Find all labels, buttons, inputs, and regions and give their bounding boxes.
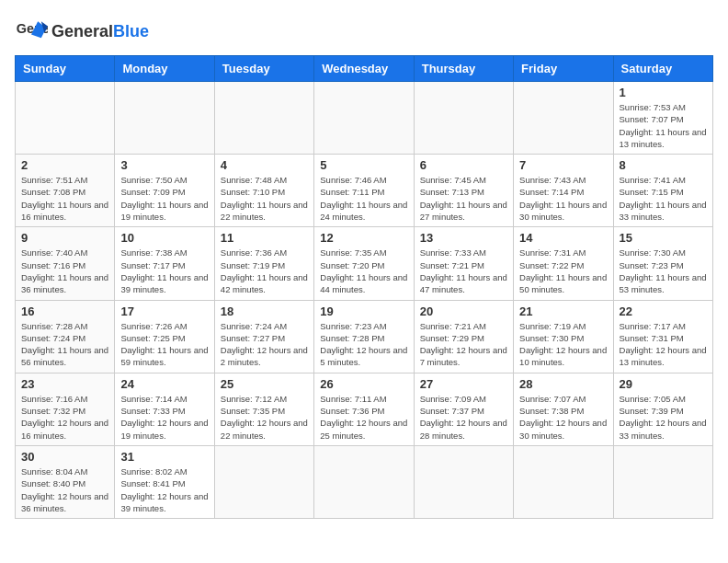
calendar-day-cell: 26Sunrise: 7:11 AM Sunset: 7:36 PM Dayli… (314, 373, 414, 445)
calendar-day-cell: 7Sunrise: 7:43 AM Sunset: 7:14 PM Daylig… (514, 155, 613, 227)
day-info: Sunrise: 7:48 AM Sunset: 7:10 PM Dayligh… (221, 174, 308, 223)
calendar-day-cell (514, 82, 613, 155)
day-info: Sunrise: 7:23 AM Sunset: 7:28 PM Dayligh… (320, 320, 407, 369)
logo-icon: General (15, 15, 48, 48)
calendar-day-cell (514, 445, 613, 518)
day-info: Sunrise: 7:11 AM Sunset: 7:36 PM Dayligh… (320, 393, 407, 442)
calendar-day-cell (314, 82, 414, 155)
day-number: 19 (320, 304, 407, 318)
calendar-day-cell: 30Sunrise: 8:04 AM Sunset: 8:40 PM Dayli… (16, 445, 115, 518)
calendar-day-cell: 18Sunrise: 7:24 AM Sunset: 7:27 PM Dayli… (214, 300, 313, 373)
day-number: 27 (420, 377, 507, 391)
day-info: Sunrise: 7:09 AM Sunset: 7:37 PM Dayligh… (420, 393, 507, 442)
day-info: Sunrise: 7:46 AM Sunset: 7:11 PM Dayligh… (320, 174, 407, 223)
day-number: 21 (519, 304, 607, 318)
calendar-day-cell: 12Sunrise: 7:35 AM Sunset: 7:20 PM Dayli… (314, 227, 414, 300)
day-info: Sunrise: 7:21 AM Sunset: 7:29 PM Dayligh… (420, 320, 507, 369)
calendar-day-cell: 21Sunrise: 7:19 AM Sunset: 7:30 PM Dayli… (514, 300, 613, 373)
calendar-table: SundayMondayTuesdayWednesdayThursdayFrid… (15, 55, 713, 519)
calendar-day-cell: 15Sunrise: 7:30 AM Sunset: 7:23 PM Dayli… (613, 227, 712, 300)
calendar-day-cell: 16Sunrise: 7:28 AM Sunset: 7:24 PM Dayli… (16, 300, 115, 373)
day-number: 2 (21, 158, 108, 172)
calendar-day-cell: 27Sunrise: 7:09 AM Sunset: 7:37 PM Dayli… (414, 373, 513, 445)
calendar-day-cell: 20Sunrise: 7:21 AM Sunset: 7:29 PM Dayli… (414, 300, 513, 373)
calendar-day-cell: 4Sunrise: 7:48 AM Sunset: 7:10 PM Daylig… (214, 155, 313, 227)
day-info: Sunrise: 8:02 AM Sunset: 8:41 PM Dayligh… (120, 465, 208, 514)
day-number: 12 (320, 231, 407, 245)
day-number: 17 (120, 304, 208, 318)
logo-text: GeneralBlue (51, 22, 149, 40)
calendar-day-cell: 28Sunrise: 7:07 AM Sunset: 7:38 PM Dayli… (514, 373, 613, 445)
calendar-day-cell: 14Sunrise: 7:31 AM Sunset: 7:22 PM Dayli… (514, 227, 613, 300)
day-info: Sunrise: 7:36 AM Sunset: 7:19 PM Dayligh… (221, 247, 308, 295)
day-number: 24 (120, 377, 208, 391)
day-number: 18 (221, 304, 308, 318)
day-number: 16 (21, 304, 108, 318)
weekday-header: Sunday (16, 56, 115, 82)
day-number: 7 (519, 158, 607, 172)
calendar-day-cell: 17Sunrise: 7:26 AM Sunset: 7:25 PM Dayli… (115, 300, 214, 373)
calendar-day-cell: 5Sunrise: 7:46 AM Sunset: 7:11 PM Daylig… (314, 155, 414, 227)
day-number: 13 (420, 231, 507, 245)
calendar-day-cell (314, 445, 414, 518)
calendar-day-cell (214, 82, 313, 155)
calendar-day-cell: 25Sunrise: 7:12 AM Sunset: 7:35 PM Dayli… (214, 373, 313, 445)
calendar-day-cell (214, 445, 313, 518)
day-info: Sunrise: 7:35 AM Sunset: 7:20 PM Dayligh… (320, 247, 407, 295)
day-number: 4 (221, 158, 308, 172)
day-info: Sunrise: 7:26 AM Sunset: 7:25 PM Dayligh… (120, 320, 208, 369)
calendar-week-row: 9Sunrise: 7:40 AM Sunset: 7:16 PM Daylig… (16, 227, 713, 300)
day-number: 22 (620, 304, 707, 318)
weekday-header: Wednesday (314, 56, 414, 82)
calendar-day-cell: 24Sunrise: 7:14 AM Sunset: 7:33 PM Dayli… (115, 373, 214, 445)
calendar-day-cell (115, 82, 214, 155)
day-number: 15 (620, 231, 707, 245)
day-info: Sunrise: 7:28 AM Sunset: 7:24 PM Dayligh… (21, 320, 108, 369)
day-info: Sunrise: 7:14 AM Sunset: 7:33 PM Dayligh… (120, 393, 208, 442)
calendar-day-cell (613, 445, 712, 518)
day-number: 30 (21, 450, 108, 464)
calendar-day-cell: 1Sunrise: 7:53 AM Sunset: 7:07 PM Daylig… (613, 82, 712, 155)
day-number: 20 (420, 304, 507, 318)
calendar-day-cell: 11Sunrise: 7:36 AM Sunset: 7:19 PM Dayli… (214, 227, 313, 300)
calendar-day-cell: 29Sunrise: 7:05 AM Sunset: 7:39 PM Dayli… (613, 373, 712, 445)
day-info: Sunrise: 7:31 AM Sunset: 7:22 PM Dayligh… (519, 247, 607, 295)
day-number: 29 (620, 377, 707, 391)
calendar-day-cell: 2Sunrise: 7:51 AM Sunset: 7:08 PM Daylig… (16, 155, 115, 227)
calendar-day-cell: 31Sunrise: 8:02 AM Sunset: 8:41 PM Dayli… (115, 445, 214, 518)
day-number: 23 (21, 377, 108, 391)
calendar-day-cell: 8Sunrise: 7:41 AM Sunset: 7:15 PM Daylig… (613, 155, 712, 227)
calendar-week-row: 2Sunrise: 7:51 AM Sunset: 7:08 PM Daylig… (16, 155, 713, 227)
day-info: Sunrise: 7:24 AM Sunset: 7:27 PM Dayligh… (221, 320, 308, 369)
weekday-header: Thursday (414, 56, 513, 82)
calendar-day-cell: 9Sunrise: 7:40 AM Sunset: 7:16 PM Daylig… (16, 227, 115, 300)
calendar-day-cell (414, 445, 513, 518)
day-info: Sunrise: 7:05 AM Sunset: 7:39 PM Dayligh… (620, 393, 707, 442)
calendar-header-row: SundayMondayTuesdayWednesdayThursdayFrid… (16, 56, 713, 82)
day-number: 11 (221, 231, 308, 245)
day-number: 3 (120, 158, 208, 172)
calendar-day-cell: 13Sunrise: 7:33 AM Sunset: 7:21 PM Dayli… (414, 227, 513, 300)
day-info: Sunrise: 7:33 AM Sunset: 7:21 PM Dayligh… (420, 247, 507, 295)
day-info: Sunrise: 7:19 AM Sunset: 7:30 PM Dayligh… (519, 320, 607, 369)
weekday-header: Tuesday (214, 56, 313, 82)
day-info: Sunrise: 7:41 AM Sunset: 7:15 PM Dayligh… (620, 174, 707, 223)
calendar-day-cell: 10Sunrise: 7:38 AM Sunset: 7:17 PM Dayli… (115, 227, 214, 300)
day-info: Sunrise: 7:53 AM Sunset: 7:07 PM Dayligh… (620, 101, 707, 150)
day-info: Sunrise: 7:30 AM Sunset: 7:23 PM Dayligh… (620, 247, 707, 295)
calendar-day-cell (414, 82, 513, 155)
weekday-header: Monday (115, 56, 214, 82)
day-info: Sunrise: 7:45 AM Sunset: 7:13 PM Dayligh… (420, 174, 507, 223)
calendar-day-cell: 22Sunrise: 7:17 AM Sunset: 7:31 PM Dayli… (613, 300, 712, 373)
calendar-day-cell: 19Sunrise: 7:23 AM Sunset: 7:28 PM Dayli… (314, 300, 414, 373)
day-number: 31 (120, 450, 208, 464)
day-number: 28 (519, 377, 607, 391)
page-header: General GeneralBlue (15, 15, 713, 48)
calendar-week-row: 1Sunrise: 7:53 AM Sunset: 7:07 PM Daylig… (16, 82, 713, 155)
day-info: Sunrise: 7:40 AM Sunset: 7:16 PM Dayligh… (21, 247, 108, 295)
day-info: Sunrise: 8:04 AM Sunset: 8:40 PM Dayligh… (21, 465, 108, 514)
day-number: 5 (320, 158, 407, 172)
weekday-header: Friday (514, 56, 613, 82)
calendar-day-cell: 3Sunrise: 7:50 AM Sunset: 7:09 PM Daylig… (115, 155, 214, 227)
day-number: 10 (120, 231, 208, 245)
